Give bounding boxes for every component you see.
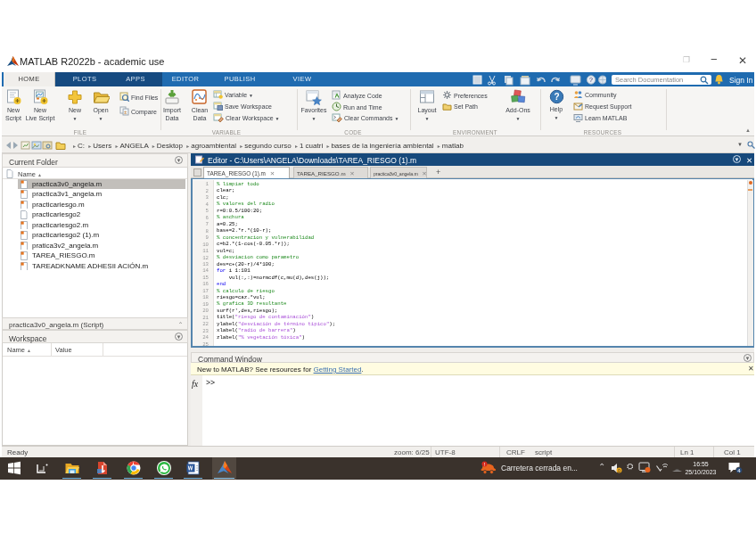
svg-text:?: ? bbox=[554, 92, 559, 102]
svg-text:0: 0 bbox=[618, 468, 620, 473]
svg-text:?: ? bbox=[589, 77, 593, 83]
